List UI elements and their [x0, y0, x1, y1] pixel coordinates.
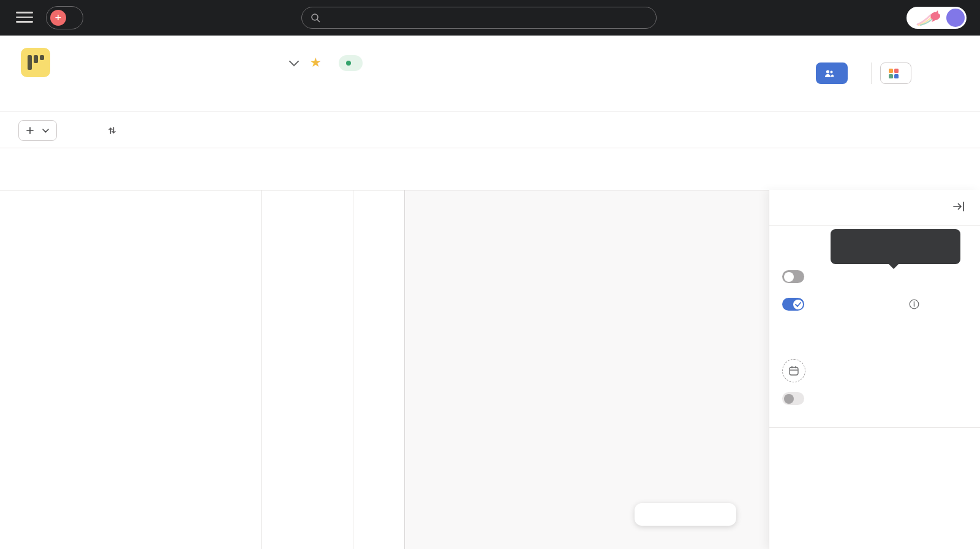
show-baseline-toggle[interactable] — [782, 392, 804, 405]
header-divider — [871, 62, 872, 84]
table-chart-divider — [404, 190, 405, 549]
create-button[interactable]: + — [46, 6, 83, 29]
gantt-options-panel — [769, 190, 980, 549]
column-divider — [353, 190, 353, 549]
share-button[interactable] — [816, 62, 848, 84]
favorite-star-icon[interactable]: ★ — [310, 55, 322, 70]
auto-schedule-tooltip — [831, 229, 960, 264]
panel-divider — [769, 427, 980, 428]
feedback-badge — [635, 503, 736, 526]
info-icon[interactable] — [909, 299, 919, 309]
search-icon — [311, 13, 320, 23]
panel-divider — [769, 225, 980, 226]
project-menu-chevron-down-icon[interactable] — [288, 60, 300, 67]
gantt-workspace — [0, 148, 980, 549]
chevron-down-icon — [42, 129, 49, 133]
auto-schedule-toggle[interactable] — [782, 298, 804, 311]
search-input[interactable] — [326, 12, 647, 23]
project-icon[interactable] — [21, 48, 50, 77]
sort-control[interactable] — [108, 120, 121, 141]
no-baseline-button[interactable] — [782, 359, 805, 382]
gantt-toolbar — [0, 113, 980, 148]
customize-grid-icon — [889, 69, 898, 78]
highlight-toggle[interactable] — [782, 270, 804, 283]
status-badge[interactable] — [339, 55, 363, 71]
plus-icon — [26, 127, 34, 134]
celebration-unicorn-icon — [915, 10, 943, 26]
sort-arrows-icon — [108, 126, 116, 135]
customize-button[interactable] — [880, 62, 911, 84]
people-icon — [824, 69, 834, 78]
collapse-panel-icon[interactable] — [952, 201, 965, 212]
top-bar: + — [0, 0, 980, 36]
project-tabs — [0, 88, 980, 112]
calendar-icon — [788, 365, 799, 376]
account-pill[interactable] — [907, 7, 967, 29]
column-divider — [261, 190, 262, 549]
user-avatar[interactable] — [946, 9, 965, 27]
add-new-button[interactable] — [18, 120, 57, 141]
asana-gantt-page: + ★ — [0, 0, 980, 549]
plus-icon: + — [50, 10, 66, 26]
status-dot-icon — [346, 61, 351, 66]
sidebar-toggle-icon[interactable] — [16, 12, 33, 24]
global-search[interactable] — [301, 7, 657, 29]
